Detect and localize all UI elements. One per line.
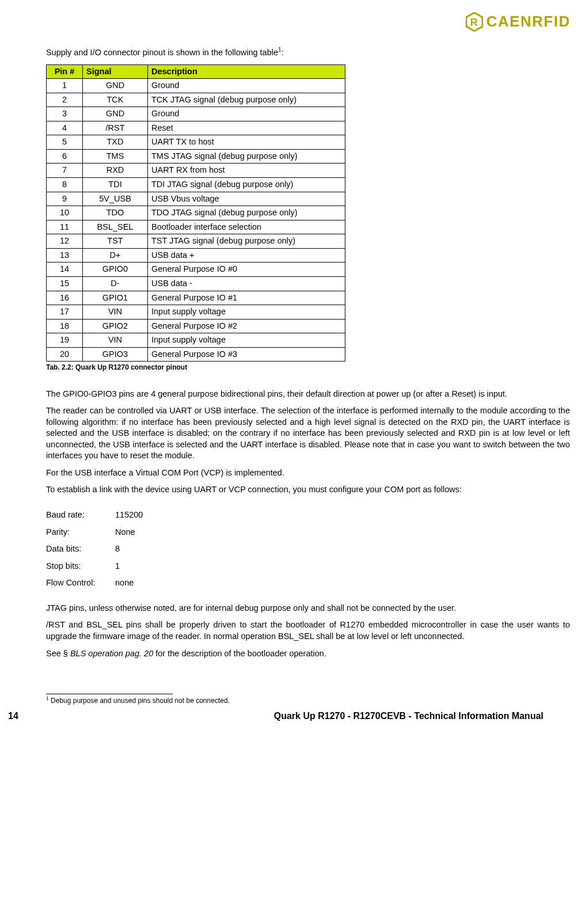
- cell-pin: 18: [47, 319, 83, 333]
- cell-signal: TMS: [83, 149, 148, 163]
- settings-row: Data bits:8: [46, 543, 570, 555]
- table-row: 8TDITDI JTAG signal (debug purpose only): [47, 178, 345, 192]
- cell-pin: 20: [47, 347, 83, 362]
- cell-desc: Reset: [148, 121, 345, 135]
- cell-desc: General Purpose IO #2: [148, 319, 345, 333]
- col-desc: Description: [148, 64, 345, 79]
- footer-title: Quark Up R1270 - R1270CEVB - Technical I…: [274, 710, 543, 723]
- cell-desc: General Purpose IO #0: [148, 263, 345, 277]
- cell-signal: TDO: [83, 206, 148, 220]
- cell-signal: GND: [83, 107, 148, 121]
- paragraph-com: To establish a link with the device usin…: [46, 484, 570, 496]
- col-pin: Pin #: [47, 64, 83, 79]
- cell-signal: TXD: [83, 135, 148, 150]
- table-row: 4/RSTReset: [47, 121, 345, 135]
- cell-signal: BSL_SEL: [83, 220, 148, 234]
- table-row: 19VINInput supply voltage: [47, 333, 345, 348]
- table-row: 20GPIO3General Purpose IO #3: [47, 347, 345, 362]
- setting-label: Baud rate:: [46, 509, 115, 521]
- cell-pin: 1: [47, 79, 83, 93]
- cell-desc: TMS JTAG signal (debug purpose only): [148, 149, 345, 163]
- paragraph-rst: /RST and BSL_SEL pins shall be properly …: [46, 619, 570, 642]
- setting-label: Flow Control:: [46, 577, 115, 589]
- pinout-table: Pin # Signal Description 1GNDGround2TCKT…: [46, 64, 345, 362]
- svg-text:R: R: [470, 17, 478, 28]
- cell-desc: TST JTAG signal (debug purpose only): [148, 234, 345, 249]
- table-row: 16GPIO1General Purpose IO #1: [47, 291, 345, 305]
- table-row: 6TMSTMS JTAG signal (debug purpose only): [47, 149, 345, 163]
- cell-pin: 15: [47, 276, 83, 291]
- table-row: 18GPIO2General Purpose IO #2: [47, 319, 345, 333]
- table-row: 15D-USB data -: [47, 276, 345, 291]
- cell-desc: UART RX from host: [148, 163, 345, 178]
- settings-row: Baud rate:115200: [46, 509, 570, 521]
- paragraph-jtag: JTAG pins, unless otherwise noted, are f…: [46, 603, 570, 614]
- cell-pin: 11: [47, 220, 83, 234]
- paragraph-gpio: The GPIO0-GPIO3 pins are 4 general purpo…: [46, 389, 570, 400]
- cell-pin: 16: [47, 291, 83, 305]
- settings-row: Flow Control:none: [46, 577, 570, 589]
- cell-signal: GPIO1: [83, 291, 148, 305]
- cell-pin: 6: [47, 149, 83, 163]
- setting-value: None: [115, 527, 135, 538]
- paragraph-interface: The reader can be controlled via UART or…: [46, 405, 570, 462]
- cell-signal: TST: [83, 234, 148, 249]
- cell-desc: USB data +: [148, 248, 345, 263]
- cell-pin: 10: [47, 206, 83, 220]
- cell-signal: TDI: [83, 178, 148, 192]
- cell-pin: 17: [47, 305, 83, 320]
- brand-logo: R CAENRFID: [466, 12, 570, 32]
- cell-desc: General Purpose IO #3: [148, 347, 345, 362]
- cell-pin: 13: [47, 248, 83, 263]
- cell-desc: UART TX to host: [148, 135, 345, 150]
- table-caption: Tab. 2.2: Quark Up R1270 connector pinou…: [46, 363, 570, 372]
- cell-pin: 2: [47, 93, 83, 107]
- cell-signal: GPIO0: [83, 263, 148, 277]
- setting-value: 1: [115, 561, 120, 572]
- table-row: 11BSL_SELBootloader interface selection: [47, 220, 345, 234]
- setting-value: 115200: [115, 509, 143, 521]
- cell-pin: 9: [47, 192, 83, 206]
- page-footer: 14 Quark Up R1270 - R1270CEVB - Technica…: [8, 710, 543, 723]
- col-signal: Signal: [83, 64, 148, 79]
- cell-signal: 5V_USB: [83, 192, 148, 206]
- header-logo-area: R CAENRFID: [46, 12, 582, 35]
- cell-desc: Input supply voltage: [148, 333, 345, 348]
- table-row: 17VINInput supply voltage: [47, 305, 345, 320]
- table-header-row: Pin # Signal Description: [47, 64, 345, 79]
- cell-pin: 7: [47, 163, 83, 178]
- table-row: 95V_USBUSB Vbus voltage: [47, 192, 345, 206]
- cell-signal: D+: [83, 248, 148, 263]
- cell-signal: VIN: [83, 333, 148, 348]
- table-row: 5TXDUART TX to host: [47, 135, 345, 150]
- setting-label: Parity:: [46, 527, 115, 538]
- cell-pin: 14: [47, 263, 83, 277]
- table-row: 12TSTTST JTAG signal (debug purpose only…: [47, 234, 345, 249]
- settings-row: Parity:None: [46, 527, 570, 538]
- cell-signal: D-: [83, 276, 148, 291]
- cell-pin: 8: [47, 178, 83, 192]
- settings-row: Stop bits:1: [46, 561, 570, 572]
- cell-desc: Ground: [148, 79, 345, 93]
- cell-signal: TCK: [83, 93, 148, 107]
- cell-desc: TCK JTAG signal (debug purpose only): [148, 93, 345, 107]
- cell-desc: TDO JTAG signal (debug purpose only): [148, 206, 345, 220]
- table-row: 7RXDUART RX from host: [47, 163, 345, 178]
- cell-pin: 4: [47, 121, 83, 135]
- cell-desc: USB data -: [148, 276, 345, 291]
- footnote: 1 Debug purpose and unused pins should n…: [46, 695, 570, 705]
- setting-value: none: [115, 577, 134, 589]
- cell-signal: RXD: [83, 163, 148, 178]
- cell-pin: 12: [47, 234, 83, 249]
- cell-signal: GND: [83, 79, 148, 93]
- page-number: 14: [8, 710, 18, 723]
- paragraph-vcp: For the USB interface a Virtual COM Port…: [46, 467, 570, 479]
- cell-desc: Input supply voltage: [148, 305, 345, 320]
- cell-signal: GPIO2: [83, 319, 148, 333]
- table-row: 14GPIO0General Purpose IO #0: [47, 263, 345, 277]
- cell-desc: General Purpose IO #1: [148, 291, 345, 305]
- intro-text: Supply and I/O connector pinout is shown…: [46, 46, 570, 58]
- cell-pin: 19: [47, 333, 83, 348]
- cell-signal: VIN: [83, 305, 148, 320]
- setting-label: Stop bits:: [46, 561, 115, 572]
